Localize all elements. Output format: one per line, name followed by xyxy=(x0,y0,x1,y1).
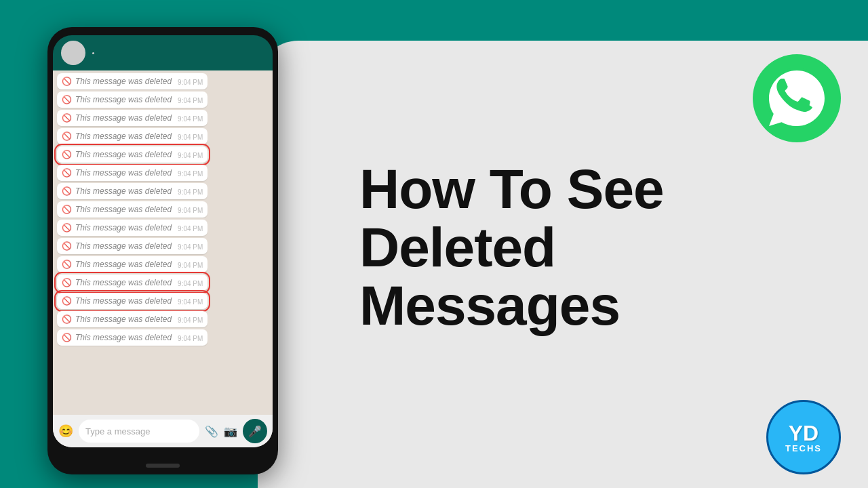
techs-text: TECHS xyxy=(785,444,822,453)
phone-screen: 🚫 This message was deleted 9:04 PM 🚫 Thi… xyxy=(53,35,273,447)
message-time: 9:04 PM xyxy=(178,134,203,141)
home-button xyxy=(146,464,180,468)
message-row: 🚫 This message was deleted 9:04 PM xyxy=(57,220,208,236)
deleted-text: This message was deleted xyxy=(75,260,172,269)
camera-icon[interactable]: 📷 xyxy=(224,425,237,438)
blocked-icon: 🚫 xyxy=(62,260,72,269)
placeholder-text: Type a message xyxy=(85,426,150,436)
message-row: 🚫 This message was deleted 9:04 PM xyxy=(57,329,208,346)
yd-text: YD xyxy=(785,422,822,444)
message-row: 🚫 This message was deleted 9:04 PM xyxy=(57,183,208,199)
message-time: 9:04 PM xyxy=(178,335,203,342)
deleted-text: This message was deleted xyxy=(75,278,172,287)
avatar xyxy=(61,41,85,65)
right-panel: How To See Deleted Messages YD TECHS xyxy=(326,0,868,488)
deleted-text: This message was deleted xyxy=(75,241,172,251)
yd-logo-text: YD TECHS xyxy=(785,422,822,453)
blocked-icon: 🚫 xyxy=(62,205,72,214)
phone-mockup: 🚫 This message was deleted 9:04 PM 🚫 Thi… xyxy=(47,27,278,474)
message-row: 🚫 This message was deleted 9:04 PM xyxy=(57,73,208,89)
blocked-icon: 🚫 xyxy=(62,296,72,306)
message-time: 9:04 PM xyxy=(178,243,203,251)
deleted-text: This message was deleted xyxy=(75,186,172,196)
message-row: 🚫 This message was deleted 9:04 PM xyxy=(57,110,208,126)
main-container: 🚫 This message was deleted 9:04 PM 🚫 Thi… xyxy=(0,0,868,488)
message-input[interactable]: Type a message xyxy=(79,420,199,443)
whatsapp-logo xyxy=(753,54,841,142)
message-time: 9:04 PM xyxy=(178,170,203,178)
deleted-text: This message was deleted xyxy=(75,296,172,306)
message-time: 9:04 PM xyxy=(178,225,203,232)
message-row: 🚫 This message was deleted 9:04 PM xyxy=(57,256,208,272)
deleted-text: This message was deleted xyxy=(75,223,172,232)
messages-container: 🚫 This message was deleted 9:04 PM 🚫 Thi… xyxy=(53,70,273,447)
message-time: 9:04 PM xyxy=(178,152,203,159)
yd-techs-logo: YD TECHS xyxy=(766,400,841,474)
mic-button[interactable]: 🎤 xyxy=(243,419,267,443)
message-row: 🚫 This message was deleted 9:04 PM xyxy=(57,165,208,181)
deleted-text: This message was deleted xyxy=(75,314,172,324)
blocked-icon: 🚫 xyxy=(62,314,72,324)
message-time: 9:04 PM xyxy=(178,79,203,86)
blocked-icon: 🚫 xyxy=(62,95,72,104)
message-time: 9:04 PM xyxy=(178,97,203,104)
message-row: 🚫 This message was deleted 9:04 PM xyxy=(57,92,208,108)
message-row: 🚫 This message was deleted 9:04 PM xyxy=(57,311,208,327)
message-time: 9:04 PM xyxy=(178,115,203,123)
blocked-icon: 🚫 xyxy=(62,186,72,196)
chat-input-bar: 😊 Type a message 📎 📷 🎤 xyxy=(53,415,273,447)
blocked-icon: 🚫 xyxy=(62,168,72,178)
deleted-text: This message was deleted xyxy=(75,150,172,159)
blocked-icon: 🚫 xyxy=(62,223,72,232)
blocked-icon: 🚫 xyxy=(62,278,72,287)
blocked-icon: 🚫 xyxy=(62,333,72,342)
title-line2: Deleted xyxy=(359,218,848,277)
attach-icon[interactable]: 📎 xyxy=(205,425,218,438)
chat-header xyxy=(53,35,273,70)
deleted-text: This message was deleted xyxy=(75,77,172,86)
blocked-icon: 🚫 xyxy=(62,131,72,141)
left-panel: 🚫 This message was deleted 9:04 PM 🚫 Thi… xyxy=(0,0,326,488)
title-line1: How To See xyxy=(359,160,848,218)
main-title: How To See Deleted Messages xyxy=(359,160,848,335)
message-row: 🚫 This message was deleted 9:04 PM xyxy=(57,201,208,218)
message-time: 9:04 PM xyxy=(178,280,203,287)
message-time: 9:04 PM xyxy=(178,188,203,196)
message-row: 🚫 This message was deleted 9:04 PM xyxy=(57,274,208,291)
back-arrow xyxy=(92,52,94,54)
message-row: 🚫 This message was deleted 9:04 PM xyxy=(57,128,208,144)
message-time: 9:04 PM xyxy=(178,262,203,269)
deleted-text: This message was deleted xyxy=(75,95,172,104)
message-time: 9:04 PM xyxy=(178,317,203,324)
message-time: 9:04 PM xyxy=(178,207,203,214)
emoji-icon[interactable]: 😊 xyxy=(58,424,73,439)
blocked-icon: 🚫 xyxy=(62,113,72,123)
deleted-text: This message was deleted xyxy=(75,333,172,342)
blocked-icon: 🚫 xyxy=(62,241,72,251)
blocked-icon: 🚫 xyxy=(62,77,72,86)
message-row: 🚫 This message was deleted 9:04 PM xyxy=(57,238,208,254)
message-row: 🚫 This message was deleted 9:04 PM xyxy=(57,293,208,309)
message-time: 9:04 PM xyxy=(178,298,203,306)
deleted-text: This message was deleted xyxy=(75,205,172,214)
message-row: 🚫 This message was deleted 9:04 PM xyxy=(57,146,208,163)
deleted-text: This message was deleted xyxy=(75,113,172,123)
deleted-text: This message was deleted xyxy=(75,168,172,178)
title-line3: Messages xyxy=(359,277,848,335)
blocked-icon: 🚫 xyxy=(62,150,72,159)
deleted-text: This message was deleted xyxy=(75,131,172,141)
yd-logo-content: YD TECHS xyxy=(785,422,822,453)
